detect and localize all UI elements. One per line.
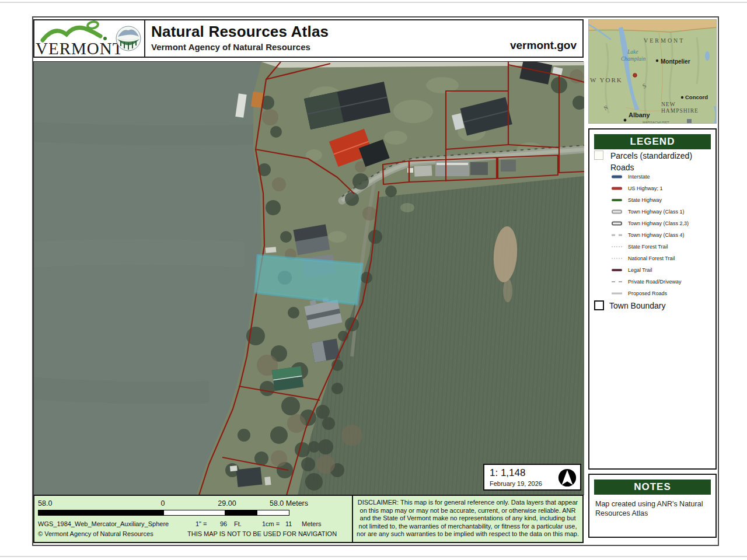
scalebar-zero-label: 0 — [161, 499, 165, 508]
inset-label-lake1: Lake — [627, 49, 638, 55]
legend-label: Legal Trail — [628, 267, 652, 273]
inset-location-dot — [633, 74, 637, 77]
copyright-label: © Vermont Agency of Natural Resources — [38, 530, 153, 537]
notes-panel: NOTES Map created using ANR's Natural Re… — [588, 474, 717, 538]
legend-row-state-highway: State Highway — [589, 195, 715, 205]
town-boundary-label: Town Boundary — [609, 301, 666, 310]
proposed-roads-line-icon — [612, 293, 622, 295]
map-export-page: VERMONT Natural Resources Atlas Vermont … — [0, 0, 747, 560]
legend-row-national-forest-trail: National Forest Trail — [589, 253, 715, 264]
town-highway-23-line-icon — [612, 222, 622, 226]
parcels-checkbox — [594, 150, 603, 160]
disclaimer-text: DISCLAIMER: This map is for general refe… — [357, 499, 579, 538]
legend-label: Town Highway (Class 2,3) — [628, 220, 689, 226]
legal-trail-line-icon — [612, 269, 622, 271]
legend-row-town-highway-4: Town Highway (Class 4) — [589, 230, 715, 240]
legend-panel: LEGEND Parcels (standardized) Roads Inte… — [588, 128, 717, 470]
inset-label-nh1: NEW — [661, 102, 676, 107]
legend-row-legal-trail: Legal Trail — [589, 265, 715, 275]
logo-area: VERMONT — [34, 20, 144, 57]
inset-label-lake2: Champlain — [621, 56, 645, 62]
vermont-gov-label: vermont.gov — [510, 39, 577, 52]
inset-label-newyork: W YORK — [590, 76, 623, 83]
legend-row-town-highway-23: Town Highway (Class 2,3) — [589, 218, 715, 229]
inch-value: 96 — [220, 520, 227, 527]
header-divider — [144, 20, 145, 57]
state-forest-trail-dash-icon — [612, 246, 622, 247]
notes-body: Map created using ANR's Natural Resource… — [595, 499, 711, 518]
town-highway-1-line-icon — [612, 210, 622, 214]
svg-text:MASSACHUSET: MASSACHUSET — [643, 121, 669, 124]
legend-row-state-forest-trail: State Forest Trail — [589, 242, 715, 252]
legend-label: State Highway — [628, 197, 662, 203]
header: VERMONT Natural Resources Atlas Vermont … — [33, 19, 584, 58]
page-subtitle: Vermont Agency of Natural Resources — [151, 42, 329, 52]
anr-globe-icon — [115, 25, 142, 52]
legend-town-boundary-row: Town Boundary — [589, 300, 715, 311]
parcels-label: Parcels (standardized) — [610, 151, 692, 160]
legend-label: US Highway; 1 — [628, 186, 663, 191]
inset-label-vermont: VERMONT — [644, 37, 685, 44]
inch-eq: 1" = — [196, 520, 207, 527]
legend-row-private-road: Private Road/Driveway — [589, 276, 715, 287]
page-bottom-divider — [0, 556, 747, 557]
disclaimer-panel: DISCLAIMER: This map is for general refe… — [352, 495, 584, 543]
town-boundary-checkbox — [594, 300, 604, 310]
cm-eq: 1cm = — [262, 520, 280, 527]
legend-label: Private Road/Driveway — [628, 279, 682, 285]
legend-label: Town Highway (Class 1) — [628, 209, 685, 215]
inch-unit: Ft. — [234, 520, 242, 527]
map-canvas[interactable] — [33, 61, 584, 495]
page-top-divider — [0, 2, 747, 3]
scale-ratio: 1: 1,148 — [490, 467, 525, 479]
inset-label-nh2: HAMPSHIRE — [661, 108, 699, 114]
building-green-roof — [272, 366, 304, 391]
legend-row-town-highway-1: Town Highway (Class 1) — [589, 206, 715, 217]
legend-row-proposed-roads: Proposed Roads — [589, 288, 715, 299]
state-highway-line-icon — [612, 199, 622, 201]
legend-label: State Forest Trail — [628, 244, 668, 250]
private-road-dash-icon — [612, 281, 622, 282]
national-forest-trail-dash-icon — [612, 258, 622, 259]
inset-label-albany: Albany — [629, 111, 651, 118]
inset-label-concord: Concord — [685, 94, 708, 100]
legend-label: Interstate — [628, 174, 650, 180]
scalebar-right-label: 58.0 Meters — [270, 499, 308, 508]
projection-label: WGS_1984_Web_Mercator_Auxiliary_Sphere — [38, 520, 169, 527]
legend-label: Proposed Roads — [628, 290, 667, 296]
scalebar-left-label: 58.0 — [38, 499, 52, 508]
vermont-wordmark: VERMONT — [36, 39, 123, 57]
interstate-line-icon — [612, 176, 622, 178]
roads-heading: Roads — [610, 163, 634, 172]
cm-value: 11 — [285, 520, 292, 527]
legend-parcels-row: Parcels (standardized) — [589, 150, 715, 161]
legend-label: Town Highway (Class 4) — [628, 232, 685, 238]
scale-ratio-box: 1: 1,148 February 19, 2026 — [483, 464, 581, 491]
cm-unit: Meters — [302, 520, 322, 527]
us-highway-line-icon — [612, 187, 622, 190]
scale-bar — [38, 510, 289, 516]
aerial-map — [34, 62, 584, 495]
locator-inset-map: VERMONT Lake Champlain Montpelier W YORK… — [588, 19, 717, 124]
legend-header: LEGEND — [594, 134, 711, 149]
town-highway-4-dash-icon — [612, 235, 622, 236]
navigation-warning: THIS MAP IS NOT TO BE USED FOR NAVIGATIO… — [187, 530, 337, 537]
notes-header: NOTES — [594, 480, 711, 495]
inset-label-montpelier: Montpelier — [661, 58, 690, 65]
map-date: February 19, 2026 — [490, 480, 542, 487]
page-title: Natural Resources Atlas — [151, 23, 329, 41]
legend-label: National Forest Trail — [628, 256, 675, 261]
scalebar-mid-label: 29.00 — [218, 499, 236, 508]
north-arrow-icon — [557, 468, 577, 488]
legend-row-us-highway: US Highway; 1 — [589, 183, 715, 194]
legend-row-interstate: Interstate — [589, 172, 715, 182]
scalebar-panel: 58.0 0 29.00 58.0 Meters WGS_1984_Web_Me… — [33, 495, 353, 543]
